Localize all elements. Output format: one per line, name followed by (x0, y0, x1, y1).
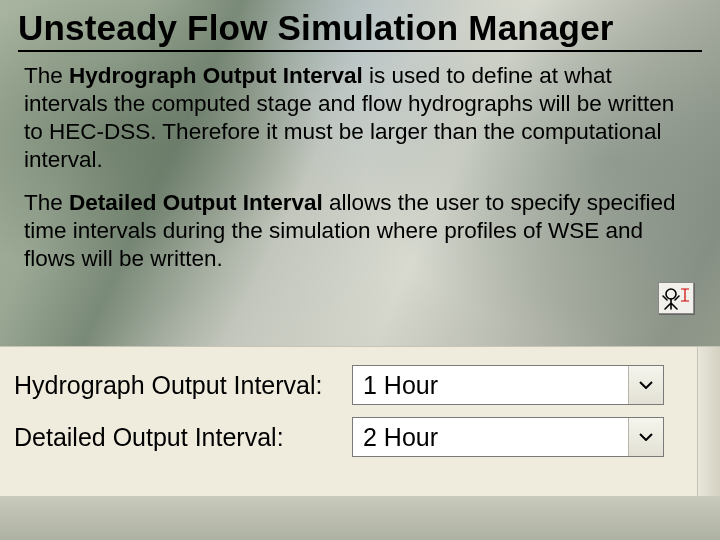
paragraph-detailed: The Detailed Output Interval allows the … (24, 189, 696, 273)
dropdown-button[interactable] (628, 418, 663, 456)
bold-term-hydrograph: Hydrograph Output Interval (69, 63, 363, 88)
chevron-down-icon (639, 433, 653, 441)
chevron-down-icon (639, 381, 653, 389)
row-detailed-interval: Detailed Output Interval: 2 Hour (14, 417, 712, 457)
text: The (24, 190, 69, 215)
text: The (24, 63, 69, 88)
combo-detailed-interval[interactable]: 2 Hour (352, 417, 664, 457)
label-detailed-interval: Detailed Output Interval: (14, 423, 352, 452)
combo-hydrograph-interval[interactable]: 1 Hour (352, 365, 664, 405)
combo-value: 2 Hour (353, 423, 628, 452)
page-title: Unsteady Flow Simulation Manager (18, 8, 702, 52)
svg-point-0 (666, 289, 676, 299)
paragraph-hydrograph: The Hydrograph Output Interval is used t… (24, 62, 696, 175)
settings-panel: Hydrograph Output Interval: 1 Hour Detai… (0, 346, 720, 496)
dropdown-button[interactable] (628, 366, 663, 404)
combo-value: 1 Hour (353, 371, 628, 400)
pdf-icon[interactable] (658, 282, 694, 314)
slide-footer (0, 496, 720, 540)
slide-content: Unsteady Flow Simulation Manager The Hyd… (0, 0, 720, 273)
slide: Unsteady Flow Simulation Manager The Hyd… (0, 0, 720, 540)
bold-term-detailed: Detailed Output Interval (69, 190, 323, 215)
label-hydrograph-interval: Hydrograph Output Interval: (14, 371, 352, 400)
row-hydrograph-interval: Hydrograph Output Interval: 1 Hour (14, 365, 712, 405)
